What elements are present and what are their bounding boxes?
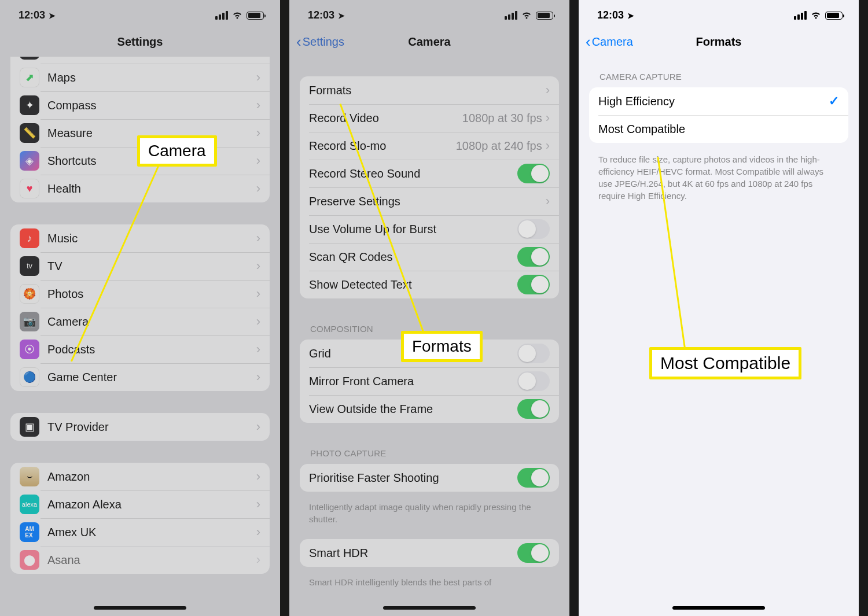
alexa-icon: alexa (20, 495, 39, 514)
wifi-icon (810, 11, 822, 20)
status-time-area: 12:03 ➤ (19, 9, 56, 21)
photos-icon: 🏵️ (20, 284, 39, 304)
settings-list[interactable]: 🔤 Translate › ⬈ Maps › ✦ Compass › 📏 Mea… (0, 57, 280, 616)
status-right (215, 11, 264, 20)
camera-group-photo1: Prioritise Faster Shooting (300, 464, 559, 492)
chevron-right-icon: › (546, 138, 550, 153)
back-label: Camera (592, 35, 633, 49)
section-header-photo-capture: PHOTO CAPTURE (289, 445, 569, 464)
stereo-sound-toggle[interactable] (517, 164, 550, 183)
chevron-right-icon: › (256, 497, 260, 512)
grid-toggle[interactable] (517, 344, 550, 363)
home-indicator[interactable] (383, 606, 476, 610)
mirror-front-toggle[interactable] (517, 371, 550, 391)
screen-camera-settings: 12:03 ➤ ‹ Settings Camera Formats › Reco… (289, 0, 579, 616)
settings-row-gamecenter[interactable]: 🔵 Game Center › (10, 363, 270, 391)
location-icon: ➤ (627, 11, 634, 20)
settings-group-media: ♪ Music › tv TV › 🏵️ Photos › 📷 Camera ›… (10, 224, 270, 391)
row-formats[interactable]: Formats › (300, 76, 559, 104)
settings-row-asana[interactable]: ⬤ Asana › (10, 546, 270, 574)
camera-settings-list[interactable]: Formats › Record Video 1080p at 30 fps ›… (289, 57, 569, 616)
nav-bar: ‹ Camera Formats (579, 27, 859, 57)
chevron-right-icon: › (546, 110, 550, 126)
chevron-right-icon: › (256, 181, 260, 196)
cellular-icon (505, 11, 517, 20)
amazon-icon: ⌣ (20, 467, 39, 486)
screen-settings: 12:03 ➤ Settings 🔤 Translate › ⬈ Maps › … (0, 0, 289, 616)
chevron-right-icon: › (256, 419, 260, 434)
volume-burst-toggle[interactable] (517, 219, 550, 239)
asana-icon: ⬤ (20, 550, 39, 570)
formats-list[interactable]: CAMERA CAPTURE High Efficiency ✓ Most Co… (579, 57, 859, 616)
footer-smart-hdr: Smart HDR intelligently blends the best … (289, 573, 569, 602)
section-header-camera-capture: CAMERA CAPTURE (579, 68, 859, 87)
row-smart-hdr: Smart HDR (300, 539, 559, 567)
tvprovider-icon: ▣ (20, 417, 39, 437)
settings-row-photos[interactable]: 🏵️ Photos › (10, 280, 270, 308)
row-detected-text: Show Detected Text (300, 271, 559, 298)
settings-row-tvprovider[interactable]: ▣ TV Provider › (10, 413, 270, 441)
settings-row-tv[interactable]: tv TV › (10, 252, 270, 280)
footer-prioritise: Intelligently adapt image quality when r… (289, 497, 569, 539)
settings-row-translate[interactable]: 🔤 Translate › (10, 57, 270, 64)
row-stereo-sound: Record Stereo Sound (300, 160, 559, 187)
settings-row-amazon[interactable]: ⌣ Amazon › (10, 463, 270, 490)
health-icon: ♥ (20, 179, 39, 198)
settings-row-maps[interactable]: ⬈ Maps › (10, 64, 270, 91)
settings-row-compass[interactable]: ✦ Compass › (10, 91, 270, 119)
battery-icon (247, 12, 264, 20)
row-preserve-settings[interactable]: Preserve Settings › (300, 187, 559, 215)
translate-icon: 🔤 (20, 57, 39, 60)
tv-icon: tv (20, 256, 39, 276)
row-grid: Grid (300, 340, 559, 367)
home-indicator[interactable] (94, 606, 186, 610)
status-right (505, 11, 553, 20)
row-prioritise-faster: Prioritise Faster Shooting (300, 464, 559, 492)
formats-group: High Efficiency ✓ Most Compatible (589, 87, 848, 143)
status-time-area: 12:03 ➤ (308, 9, 345, 21)
row-most-compatible[interactable]: Most Compatible (589, 115, 848, 143)
prioritise-faster-toggle[interactable] (517, 468, 550, 488)
location-icon: ➤ (338, 11, 345, 20)
settings-row-music[interactable]: ♪ Music › (10, 224, 270, 252)
status-right (794, 11, 843, 20)
smart-hdr-toggle[interactable] (517, 543, 550, 563)
checkmark-icon: ✓ (829, 94, 839, 109)
page-title: Formats (696, 35, 742, 49)
camera-group-capture: Formats › Record Video 1080p at 30 fps ›… (300, 76, 559, 298)
chevron-right-icon: › (256, 98, 260, 113)
row-mirror-front: Mirror Front Camera (300, 367, 559, 395)
chevron-left-icon: ‹ (586, 34, 591, 49)
row-high-efficiency[interactable]: High Efficiency ✓ (589, 87, 848, 115)
battery-icon (825, 12, 843, 20)
back-button[interactable]: ‹ Settings (296, 34, 344, 49)
back-label: Settings (303, 35, 344, 49)
scan-qr-toggle[interactable] (517, 247, 550, 267)
maps-icon: ⬈ (20, 68, 39, 87)
camera-group-photo2: Smart HDR (300, 539, 559, 567)
detected-text-toggle[interactable] (517, 275, 550, 294)
status-time: 12:03 (597, 9, 624, 21)
camera-icon: 📷 (20, 312, 39, 331)
row-record-slomo[interactable]: Record Slo-mo 1080p at 240 fps › (300, 132, 559, 160)
home-indicator[interactable] (672, 606, 765, 610)
row-record-video[interactable]: Record Video 1080p at 30 fps › (300, 104, 559, 132)
settings-group-thirdparty: ⌣ Amazon › alexa Amazon Alexa › AMEX Ame… (10, 463, 270, 574)
nav-bar: Settings (0, 27, 280, 57)
settings-row-measure[interactable]: 📏 Measure › (10, 119, 270, 147)
gamecenter-icon: 🔵 (20, 367, 39, 387)
chevron-right-icon: › (546, 194, 550, 209)
nav-bar: ‹ Settings Camera (289, 27, 569, 57)
settings-row-alexa[interactable]: alexa Amazon Alexa › (10, 490, 270, 518)
chevron-right-icon: › (256, 231, 260, 246)
settings-row-camera[interactable]: 📷 Camera › (10, 308, 270, 335)
row-scan-qr: Scan QR Codes (300, 243, 559, 271)
settings-row-amex[interactable]: AMEX Amex UK › (10, 518, 270, 546)
settings-row-health[interactable]: ♥ Health › (10, 175, 270, 202)
view-outside-toggle[interactable] (517, 399, 550, 419)
chevron-right-icon: › (546, 83, 550, 98)
chevron-right-icon: › (256, 469, 260, 484)
back-button[interactable]: ‹ Camera (586, 34, 633, 49)
settings-row-podcasts[interactable]: ⦿ Podcasts › (10, 335, 270, 363)
settings-row-shortcuts[interactable]: ◈ Shortcuts › (10, 147, 270, 175)
